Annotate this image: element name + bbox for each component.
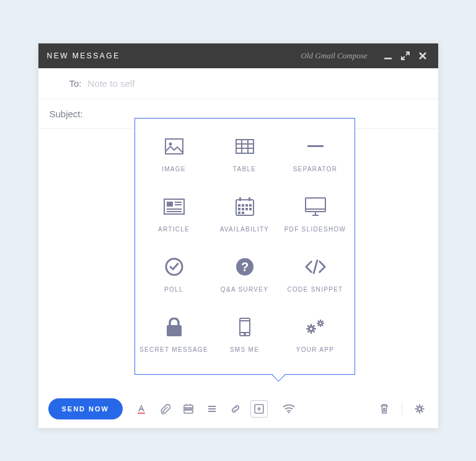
- to-row: To:: [38, 68, 438, 99]
- svg-rect-16: [245, 208, 248, 210]
- svg-rect-19: [242, 212, 244, 214]
- svg-rect-10: [238, 204, 240, 207]
- svg-rect-8: [239, 197, 241, 201]
- to-label: To:: [50, 78, 88, 89]
- text-format-button[interactable]: [133, 400, 150, 418]
- table-tile[interactable]: TABLE: [209, 130, 280, 190]
- phone-icon: [234, 316, 255, 338]
- insert-button[interactable]: [250, 400, 268, 418]
- svg-rect-1: [165, 139, 183, 154]
- wifi-icon: [283, 404, 295, 414]
- compose-toolbar: SEND NOW: [38, 390, 438, 428]
- svg-rect-41: [317, 323, 319, 324]
- tile-label: SMS ME: [230, 346, 259, 353]
- article-icon: [164, 196, 185, 217]
- lock-icon: [164, 316, 185, 338]
- wifi-button[interactable]: [280, 400, 298, 418]
- svg-rect-50: [188, 409, 189, 410]
- old-compose-link[interactable]: Old Gmail Compose: [301, 51, 368, 61]
- sms-me-tile[interactable]: SMS ME: [209, 310, 280, 370]
- pdf-slideshow-tile[interactable]: PDF SLIDESHOW: [280, 190, 351, 250]
- svg-rect-0: [384, 58, 392, 60]
- svg-point-28: [310, 328, 312, 330]
- to-input[interactable]: [88, 78, 427, 89]
- image-tile[interactable]: IMAGE: [139, 130, 209, 190]
- trash-button[interactable]: [376, 400, 393, 418]
- svg-rect-31: [306, 328, 309, 329]
- compose-body[interactable]: IMAGE TABLE SEPARATOR ARTICLE: [38, 129, 438, 390]
- tile-label: PDF SLIDESHOW: [284, 226, 346, 233]
- subject-label: Subject:: [50, 109, 83, 119]
- titlebar: NEW MESSAGE Old Gmail Compose: [38, 43, 438, 68]
- toolbar-divider: [402, 402, 402, 416]
- svg-point-53: [288, 412, 289, 413]
- svg-point-2: [169, 143, 172, 146]
- code-snippet-tile[interactable]: CODE SNIPPET: [280, 250, 351, 310]
- expand-button[interactable]: [399, 49, 412, 63]
- gears-icon: [305, 316, 326, 338]
- tile-label: YOUR APP: [296, 346, 335, 353]
- svg-rect-9: [249, 197, 250, 201]
- svg-rect-4: [307, 145, 324, 147]
- check-circle-icon: [164, 256, 185, 277]
- close-button[interactable]: [416, 49, 430, 63]
- tile-label: SEPARATOR: [293, 166, 338, 172]
- code-icon: [305, 256, 326, 277]
- lines-icon: [206, 403, 218, 414]
- tile-label: ARTICLE: [158, 226, 190, 233]
- tile-label: CODE SNIPPET: [287, 286, 343, 293]
- svg-rect-57: [419, 412, 420, 414]
- secret-message-tile[interactable]: SECRET MESSAGE: [139, 310, 209, 370]
- tile-label: AVAILABILITY: [220, 226, 270, 233]
- svg-rect-14: [238, 208, 240, 210]
- settings-button[interactable]: [411, 400, 428, 418]
- link-icon: [230, 403, 241, 414]
- paperclip-icon: [159, 403, 170, 414]
- svg-rect-29: [310, 324, 311, 326]
- svg-rect-59: [422, 408, 424, 410]
- qa-survey-tile[interactable]: ? Q&A SURVEY: [209, 250, 280, 310]
- svg-rect-17: [249, 208, 252, 210]
- svg-rect-11: [242, 204, 244, 207]
- plus-square-icon: [253, 403, 265, 414]
- availability-tile[interactable]: AVAILABILITY: [209, 190, 280, 250]
- compose-window: NEW MESSAGE Old Gmail Compose To: Subjec…: [38, 43, 438, 428]
- svg-rect-32: [314, 328, 316, 329]
- svg-rect-56: [419, 405, 420, 406]
- schedule-button[interactable]: [180, 400, 197, 418]
- tile-label: TABLE: [233, 166, 256, 172]
- send-button[interactable]: SEND NOW: [48, 398, 123, 419]
- separator-tile[interactable]: SEPARATOR: [280, 130, 351, 190]
- your-app-tile[interactable]: YOUR APP: [280, 310, 351, 370]
- svg-rect-49: [185, 409, 187, 410]
- list-button[interactable]: [203, 400, 221, 418]
- svg-rect-13: [249, 204, 252, 207]
- gear-icon: [414, 403, 425, 414]
- monitor-icon: [305, 196, 326, 217]
- svg-rect-51: [190, 409, 192, 410]
- question-circle-icon: ?: [234, 256, 255, 277]
- text-underline-icon: [136, 403, 147, 414]
- svg-point-26: [244, 334, 245, 335]
- tile-label: POLL: [164, 286, 183, 293]
- article-tile[interactable]: ARTICLE: [139, 190, 209, 250]
- separator-icon: [305, 136, 326, 157]
- image-icon: [164, 136, 185, 157]
- trash-icon: [379, 403, 389, 414]
- svg-rect-47: [138, 413, 145, 414]
- svg-rect-30: [310, 331, 311, 334]
- expand-icon: [401, 51, 410, 60]
- minimize-button[interactable]: [381, 49, 395, 63]
- svg-rect-12: [245, 204, 248, 207]
- tile-label: SECRET MESSAGE: [139, 346, 208, 353]
- svg-point-55: [418, 408, 421, 410]
- svg-rect-3: [236, 140, 253, 153]
- svg-rect-6: [167, 202, 173, 207]
- svg-text:?: ?: [240, 260, 248, 274]
- attach-button[interactable]: [156, 400, 174, 418]
- calendar-grid-icon: [234, 196, 255, 217]
- window-title: NEW MESSAGE: [47, 51, 120, 60]
- poll-tile[interactable]: POLL: [139, 250, 209, 310]
- table-icon: [234, 136, 255, 157]
- link-button[interactable]: [227, 400, 244, 418]
